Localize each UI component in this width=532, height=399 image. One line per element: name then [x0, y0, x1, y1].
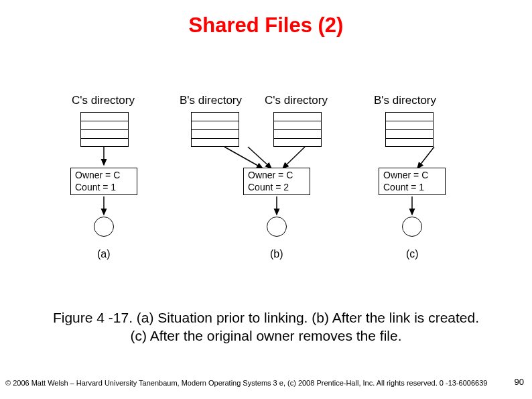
- info-box-b: Owner = C Count = 2: [243, 168, 310, 195]
- slide-title: Shared Files (2): [0, 0, 532, 38]
- footer-copyright: © 2006 Matt Welsh – Harvard University T…: [5, 379, 487, 387]
- info-b-count: Count = 2: [248, 182, 306, 194]
- info-b-owner: Owner = C: [248, 170, 306, 182]
- info-a-owner: Owner = C: [75, 170, 133, 182]
- page-number: 90: [515, 377, 524, 387]
- caption-line2: (c) After the original owner removes the…: [130, 328, 401, 343]
- file-node-a: [94, 217, 114, 237]
- svg-line-6: [417, 147, 434, 168]
- info-box-c: Owner = C Count = 1: [379, 168, 446, 195]
- file-node-c: [402, 217, 422, 237]
- info-box-a: Owner = C Count = 1: [70, 168, 137, 195]
- caption-line1: Figure 4 -17. (a) Situation prior to lin…: [53, 310, 479, 325]
- label-c-dir-b: C's directory: [265, 94, 328, 107]
- dir-box-b-b: [191, 112, 239, 147]
- label-c-dir-a: C's directory: [72, 94, 135, 107]
- subfig-b: (b): [270, 248, 283, 260]
- info-a-count: Count = 1: [75, 182, 133, 194]
- svg-line-4: [283, 147, 305, 168]
- dir-box-c-b: [273, 112, 322, 147]
- svg-line-2: [224, 147, 263, 168]
- file-node-b: [267, 217, 287, 237]
- label-b-dir-b: B's directory: [180, 94, 242, 107]
- info-c-owner: Owner = C: [383, 170, 441, 182]
- dir-box-c-a: [80, 112, 129, 147]
- svg-line-3: [248, 147, 271, 168]
- dir-box-b-c: [385, 112, 434, 147]
- subfig-a: (a): [97, 248, 111, 260]
- label-b-dir-c: B's directory: [374, 94, 436, 107]
- figure-area: C's directory Owner = C Count = 1 (a) B'…: [0, 87, 532, 298]
- figure-caption: Figure 4 -17. (a) Situation prior to lin…: [0, 308, 532, 345]
- subfig-c: (c): [406, 248, 419, 260]
- info-c-count: Count = 1: [383, 182, 441, 194]
